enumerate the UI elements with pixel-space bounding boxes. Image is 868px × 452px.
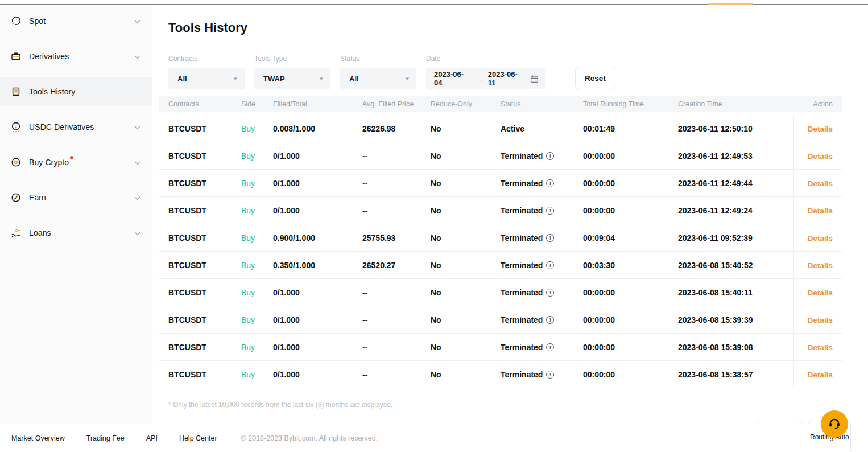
details-link[interactable]: Details	[808, 152, 833, 161]
spot-icon	[10, 15, 22, 27]
table-row: BTCUSDTBuy0/1.000--NoTerminated!00:00:00…	[159, 279, 842, 306]
cell-creation-time: 2023-06-11 12:49:53	[678, 151, 793, 161]
details-link[interactable]: Details	[808, 289, 833, 297]
contracts-select[interactable]: All ▼	[168, 68, 245, 89]
cell-creation-time: 2023-06-08 15:38:57	[678, 370, 793, 379]
column-header-avg-filled-price: Avg. Filled Price	[362, 100, 431, 108]
sidebar-item-earn[interactable]: Earn	[0, 183, 152, 212]
page-title: Tools History	[168, 20, 842, 35]
column-header-total-running-time: Total Running Time	[583, 100, 678, 108]
chevron-down-icon	[134, 157, 140, 167]
cell-contracts: BTCUSDT	[159, 343, 241, 352]
cell-contracts: BTCUSDT	[159, 124, 241, 133]
filter-contracts: Contracts All ▼	[168, 55, 245, 89]
reset-button[interactable]: Reset	[575, 67, 615, 89]
details-link[interactable]: Details	[808, 371, 833, 379]
status-info-icon[interactable]: !	[546, 316, 554, 324]
details-link[interactable]: Details	[808, 316, 833, 324]
chevron-down-icon	[134, 51, 140, 61]
cell-action: Details	[793, 361, 842, 388]
cell-total-running-time: 00:00:00	[583, 370, 678, 379]
cell-status: Terminated!	[501, 206, 583, 215]
cell-contracts: BTCUSDT	[159, 370, 241, 379]
status-info-icon[interactable]: !	[546, 152, 554, 160]
status-label: Terminated	[501, 179, 543, 188]
cell-action: Details	[793, 306, 842, 334]
status-info-icon[interactable]: !	[546, 179, 554, 187]
cell-filled-total: 0/1.000	[273, 315, 362, 324]
table-row: BTCUSDTBuy0/1.000--NoTerminated!00:00:00…	[159, 306, 842, 334]
cell-reduce-only: No	[431, 233, 501, 243]
status-label: Terminated	[501, 343, 543, 352]
cell-action: Details	[793, 142, 842, 170]
cell-contracts: BTCUSDT	[159, 206, 241, 215]
details-link[interactable]: Details	[808, 261, 833, 270]
sidebar-item-spot[interactable]: Spot	[0, 6, 152, 36]
cell-action: Details	[793, 115, 842, 142]
cell-total-running-time: 00:01:49	[583, 124, 678, 133]
cell-status: Terminated!	[501, 315, 583, 324]
filter-status: Status All ▼	[340, 55, 416, 89]
cell-reduce-only: No	[431, 343, 501, 352]
cell-avg-filled-price: 25755.93	[362, 233, 431, 243]
column-header-creation-time: Creation Time	[678, 100, 793, 108]
details-link[interactable]: Details	[808, 125, 833, 133]
details-link[interactable]: Details	[808, 179, 833, 188]
cell-action: Details	[793, 224, 842, 252]
details-link[interactable]: Details	[808, 207, 833, 215]
status-info-icon[interactable]: !	[546, 261, 554, 269]
sidebar-item-tools-history[interactable]: Tools History	[0, 77, 152, 106]
tools-type-select[interactable]: TWAP ▼	[254, 68, 330, 89]
details-link[interactable]: Details	[808, 234, 833, 243]
cell-contracts: BTCUSDT	[159, 261, 241, 270]
status-info-icon[interactable]: !	[546, 207, 554, 215]
column-header-status: Status	[501, 100, 583, 108]
status-info-icon[interactable]: !	[546, 289, 554, 297]
table-row: BTCUSDTBuy0/1.000--NoTerminated!00:00:00…	[159, 170, 842, 197]
column-header-filled-total: Filled/Total	[273, 100, 362, 108]
buy-crypto-icon	[10, 157, 22, 168]
cell-action: Details	[793, 252, 842, 279]
support-chat-button[interactable]	[821, 410, 848, 438]
footer-link-market-overview[interactable]: Market Overview	[11, 434, 65, 442]
derivatives-icon	[10, 51, 22, 62]
status-label: Terminated	[501, 288, 543, 297]
sidebar-item-loans[interactable]: Loans	[0, 218, 152, 248]
cell-reduce-only: No	[431, 179, 501, 188]
cell-total-running-time: 00:00:00	[583, 179, 678, 188]
chevron-down-icon	[134, 122, 140, 132]
sidebar-item-label: Loans	[29, 228, 51, 237]
footer-link-api[interactable]: API	[146, 434, 158, 442]
cell-total-running-time: 00:00:00	[583, 151, 678, 161]
chevron-down-icon	[134, 228, 140, 238]
sidebar-item-buy-crypto[interactable]: Buy Crypto	[0, 147, 152, 177]
cell-status: Active	[501, 124, 583, 133]
filter-label: Tools Type	[254, 55, 330, 63]
cell-filled-total: 0/1.000	[273, 151, 362, 161]
status-info-icon[interactable]: !	[546, 371, 554, 379]
cell-side: Buy	[241, 124, 273, 133]
cell-creation-time: 2023-06-11 12:49:24	[678, 206, 793, 215]
column-header-side: Side	[241, 100, 273, 108]
date-range-picker[interactable]: 2023-06-04 → 2023-06-11	[426, 68, 545, 89]
cell-avg-filled-price: --	[362, 151, 431, 161]
status-select[interactable]: All ▼	[340, 68, 416, 89]
footer-link-trading-fee[interactable]: Trading Fee	[86, 434, 125, 442]
status-info-icon[interactable]: !	[546, 343, 554, 351]
date-end-value: 2023-06-11	[488, 70, 525, 87]
cell-reduce-only: No	[431, 370, 501, 379]
cell-creation-time: 2023-06-08 15:40:11	[678, 288, 793, 297]
sidebar-item-usdc-derivatives[interactable]: USDC Derivatives	[0, 112, 152, 142]
table-row: BTCUSDTBuy0/1.000--NoTerminated!00:00:00…	[159, 334, 842, 361]
footer-link-help-center[interactable]: Help Center	[179, 434, 217, 442]
pagination-button-partial[interactable]	[757, 420, 803, 451]
dropdown-caret-icon: ▼	[233, 76, 238, 81]
status-info-icon[interactable]: !	[546, 234, 554, 242]
details-link[interactable]: Details	[808, 343, 833, 352]
sidebar-item-derivatives[interactable]: Derivatives	[0, 42, 152, 71]
cell-status: Terminated!	[501, 261, 583, 270]
cell-action: Details	[793, 170, 842, 197]
cell-avg-filled-price: --	[362, 315, 431, 324]
sidebar-item-label: Earn	[29, 193, 46, 202]
cell-side: Buy	[241, 206, 273, 215]
